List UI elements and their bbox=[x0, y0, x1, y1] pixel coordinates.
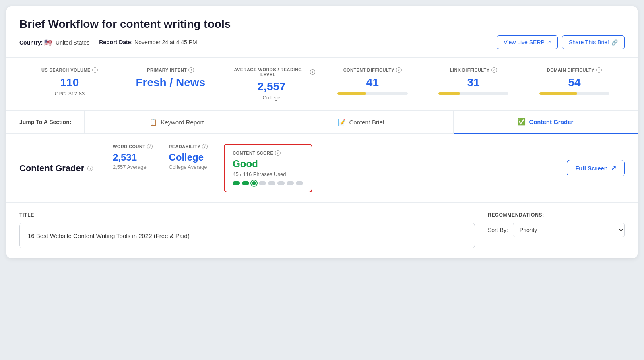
sort-by-row: Sort By: Priority Alphabetical Unused Fi… bbox=[488, 223, 625, 237]
word-count-sub: 2,557 Average bbox=[113, 164, 153, 170]
content-score-dots bbox=[233, 180, 303, 186]
content-grader-header: Content Grader i WORD COUNT i 2,531 2,55… bbox=[19, 144, 625, 192]
readability-value: College bbox=[169, 152, 208, 163]
grader-metrics: WORD COUNT i 2,531 2,557 Average READABI… bbox=[113, 144, 554, 192]
fullscreen-button[interactable]: Full Screen ⤢ bbox=[567, 160, 625, 176]
score-dot-4 bbox=[259, 181, 266, 185]
avg-words-info-icon[interactable]: i bbox=[310, 69, 315, 75]
readability-info-icon[interactable]: i bbox=[202, 144, 208, 149]
content-brief-icon: 📝 bbox=[338, 118, 346, 126]
score-dot-handle bbox=[251, 180, 257, 186]
sort-select[interactable]: Priority Alphabetical Unused First bbox=[513, 223, 625, 237]
primary-intent-info-icon[interactable]: i bbox=[188, 67, 194, 73]
recommendations-area: RECOMMENDATIONS: Sort By: Priority Alpha… bbox=[488, 212, 625, 248]
link-difficulty-info-icon[interactable]: i bbox=[491, 67, 497, 73]
title-input-box[interactable]: 16 Best Website Content Writing Tools in… bbox=[19, 223, 475, 248]
readability-sub: College Average bbox=[169, 164, 208, 170]
stat-domain-difficulty: DOMAIN DIFFICULTY i 54 bbox=[524, 67, 625, 101]
flag-icon: 🇺🇸 bbox=[44, 39, 52, 46]
country-info: Country: 🇺🇸 United States bbox=[19, 39, 89, 46]
content-score-phrases: 45 / 116 Phrases Used bbox=[233, 171, 303, 177]
share-brief-button[interactable]: Share This Brief 🔗 bbox=[562, 35, 625, 49]
content-difficulty-value: 41 bbox=[328, 76, 416, 89]
score-dot-7 bbox=[287, 181, 294, 185]
stat-content-difficulty: CONTENT DIFFICULTY i 41 bbox=[322, 67, 423, 101]
score-dot-5 bbox=[268, 181, 275, 185]
main-container: Brief Workflow for content writing tools… bbox=[6, 6, 638, 258]
primary-intent-value[interactable]: Fresh / News bbox=[127, 76, 215, 89]
word-count-metric: WORD COUNT i 2,531 2,557 Average bbox=[113, 144, 153, 192]
stat-avg-words: AVERAGE WORDS / READING LEVEL i 2,557 Co… bbox=[221, 67, 322, 101]
stat-primary-intent: PRIMARY INTENT i Fresh / News bbox=[120, 67, 221, 101]
tabs-section: Jump To A Section: 📋 Keyword Report 📝 Co… bbox=[6, 111, 638, 134]
jump-to-label: Jump To A Section: bbox=[6, 111, 85, 133]
view-serp-button[interactable]: View Live SERP ↗ bbox=[497, 35, 558, 49]
score-dot-6 bbox=[277, 181, 285, 185]
stats-section: US SEARCH VOLUME i 110 CPC: $12.83 PRIMA… bbox=[6, 58, 638, 111]
score-dot-1 bbox=[233, 181, 240, 185]
domain-difficulty-info-icon[interactable]: i bbox=[596, 67, 602, 73]
report-date-info: Report Date: November 24 at 4:45 PM bbox=[99, 39, 197, 46]
avg-words-value: 2,557 bbox=[228, 80, 316, 93]
stat-link-difficulty: LINK DIFFICULTY i 31 bbox=[423, 67, 524, 101]
domain-difficulty-value: 54 bbox=[530, 76, 618, 89]
content-score-rating: Good bbox=[233, 158, 303, 170]
link-icon: 🔗 bbox=[611, 39, 618, 46]
bottom-section: TITLE: 16 Best Website Content Writing T… bbox=[6, 203, 638, 258]
content-difficulty-bar bbox=[337, 92, 407, 95]
external-link-icon: ↗ bbox=[547, 39, 551, 45]
readability-metric: READABILITY i College College Average bbox=[169, 144, 208, 192]
content-score-box: CONTENT SCORE i Good 45 / 116 Phrases Us… bbox=[224, 144, 312, 192]
content-grader-section: Content Grader i WORD COUNT i 2,531 2,55… bbox=[6, 134, 638, 203]
stat-us-search-volume: US SEARCH VOLUME i 110 CPC: $12.83 bbox=[19, 67, 120, 101]
content-score-info-icon[interactable]: i bbox=[275, 150, 281, 156]
tab-content-brief[interactable]: 📝 Content Brief bbox=[269, 111, 454, 134]
title-area: TITLE: 16 Best Website Content Writing T… bbox=[19, 212, 475, 248]
avg-words-sub: College bbox=[228, 95, 316, 101]
keyword-report-icon: 📋 bbox=[149, 118, 157, 126]
bottom-grid: TITLE: 16 Best Website Content Writing T… bbox=[19, 212, 625, 248]
header-meta: Country: 🇺🇸 United States Report Date: N… bbox=[19, 35, 625, 49]
tab-content-grader[interactable]: ✅ Content Grader bbox=[454, 111, 638, 134]
us-search-volume-sub: CPC: $12.83 bbox=[26, 91, 114, 97]
content-difficulty-info-icon[interactable]: i bbox=[396, 67, 402, 73]
fullscreen-icon: ⤢ bbox=[611, 164, 616, 172]
content-grader-title: Content Grader i bbox=[19, 163, 100, 174]
title-label: TITLE: bbox=[19, 212, 475, 218]
word-count-info-icon[interactable]: i bbox=[147, 144, 153, 149]
header-section: Brief Workflow for content writing tools… bbox=[6, 6, 638, 58]
domain-difficulty-bar bbox=[539, 92, 609, 95]
header-buttons: View Live SERP ↗ Share This Brief 🔗 bbox=[497, 35, 625, 49]
content-grader-info-icon[interactable]: i bbox=[87, 166, 93, 171]
tab-keyword-report[interactable]: 📋 Keyword Report bbox=[85, 111, 269, 134]
link-difficulty-value: 31 bbox=[429, 76, 517, 89]
recommendations-label: RECOMMENDATIONS: bbox=[488, 212, 625, 218]
score-dot-8 bbox=[296, 181, 303, 185]
link-difficulty-bar bbox=[438, 92, 508, 95]
us-search-volume-value: 110 bbox=[26, 76, 114, 89]
score-dot-2 bbox=[242, 181, 249, 185]
content-grader-icon: ✅ bbox=[518, 118, 526, 126]
us-search-volume-info-icon[interactable]: i bbox=[92, 67, 98, 73]
word-count-value: 2,531 bbox=[113, 152, 153, 163]
page-title: Brief Workflow for content writing tools bbox=[19, 18, 625, 31]
sort-by-label: Sort By: bbox=[488, 227, 508, 233]
